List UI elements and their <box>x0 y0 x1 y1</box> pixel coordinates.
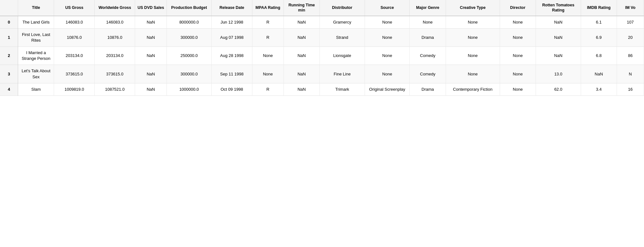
table-row: 2I Married a Strange Person203134.020313… <box>0 47 644 65</box>
cell-runtime: NaN <box>284 16 319 29</box>
table-body: 0The Land Girls146083.0146083.0NaN800000… <box>0 16 644 96</box>
cell-source: None <box>365 47 410 65</box>
cell-director: None <box>500 16 536 29</box>
cell-creative: None <box>446 16 500 29</box>
cell-director: None <box>500 28 536 46</box>
cell-title: First Love, Last Rites <box>18 28 54 46</box>
cell-rt: NaN <box>536 28 581 46</box>
cell-wwgross: 203134.0 <box>94 47 135 65</box>
cell-imdb: 6.9 <box>581 28 617 46</box>
cell-budget: 300000.0 <box>167 65 212 83</box>
cell-creative: None <box>446 65 500 83</box>
cell-creative: Contemporary Fiction <box>446 83 500 95</box>
col-header-release: Release Date <box>212 0 252 16</box>
col-header-source: Source <box>365 0 410 16</box>
cell-distributor: Strand <box>320 28 365 46</box>
data-table-container: TitleUS GrossWorldwide GrossUS DVD Sales… <box>0 0 644 96</box>
cell-rt: 13.0 <box>536 65 581 83</box>
cell-usgross: 1009819.0 <box>54 83 94 95</box>
table-row: 4Slam1009819.01087521.0NaN1000000.0Oct 0… <box>0 83 644 95</box>
cell-budget: 1000000.0 <box>167 83 212 95</box>
col-header-imdb: IMDB Rating <box>581 0 617 16</box>
cell-wwgross: 373615.0 <box>94 65 135 83</box>
movies-table: TitleUS GrossWorldwide GrossUS DVD Sales… <box>0 0 644 96</box>
col-header-title: Title <box>18 0 54 16</box>
cell-dvd: NaN <box>135 65 167 83</box>
cell-major: Drama <box>410 83 446 95</box>
cell-rt: NaN <box>536 16 581 29</box>
cell-mpaa: R <box>252 16 284 29</box>
cell-release: Aug 07 1998 <box>212 28 252 46</box>
col-header-major: Major Genre <box>410 0 446 16</box>
cell-distributor: Trimark <box>320 83 365 95</box>
cell-mpaa: None <box>252 65 284 83</box>
cell-release: Jun 12 1998 <box>212 16 252 29</box>
cell-director: None <box>500 65 536 83</box>
cell-source: Original Screenplay <box>365 83 410 95</box>
col-header-mpaa: MPAA Rating <box>252 0 284 16</box>
cell-budget: 300000.0 <box>167 28 212 46</box>
cell-release: Sep 11 1998 <box>212 65 252 83</box>
cell-runtime: NaN <box>284 83 319 95</box>
cell-distributor: Lionsgate <box>320 47 365 65</box>
cell-dvd: NaN <box>135 16 167 29</box>
cell-creative: None <box>446 47 500 65</box>
cell-budget: 250000.0 <box>167 47 212 65</box>
cell-runtime: NaN <box>284 65 319 83</box>
cell-director: None <box>500 47 536 65</box>
cell-release: Aug 28 1998 <box>212 47 252 65</box>
cell-dvd: NaN <box>135 83 167 95</box>
cell-usgross: 146083.0 <box>54 16 94 29</box>
cell-dvd: NaN <box>135 28 167 46</box>
col-header-creative: Creative Type <box>446 0 500 16</box>
table-row: 0The Land Girls146083.0146083.0NaN800000… <box>0 16 644 29</box>
cell-dvd: NaN <box>135 47 167 65</box>
cell-imdb: 6.8 <box>581 47 617 65</box>
cell-budget: 8000000.0 <box>167 16 212 29</box>
cell-usgross: 203134.0 <box>54 47 94 65</box>
cell-title: Slam <box>18 83 54 95</box>
cell-usgross: 10876.0 <box>54 28 94 46</box>
cell-major: Comedy <box>410 65 446 83</box>
cell-release: Oct 09 1998 <box>212 83 252 95</box>
cell-usgross: 373615.0 <box>54 65 94 83</box>
cell-title: Let's Talk About Sex <box>18 65 54 83</box>
cell-rt: 62.0 <box>536 83 581 95</box>
table-row: 1First Love, Last Rites10876.010876.0NaN… <box>0 28 644 46</box>
cell-distributor: Fine Line <box>320 65 365 83</box>
col-header-imvote: IM Vo <box>617 0 644 16</box>
cell-source: None <box>365 65 410 83</box>
cell-wwgross: 146083.0 <box>94 16 135 29</box>
col-header-distributor: Distributor <box>320 0 365 16</box>
cell-index: 1 <box>0 28 18 46</box>
table-header-row: TitleUS GrossWorldwide GrossUS DVD Sales… <box>0 0 644 16</box>
col-header-director: Director <box>500 0 536 16</box>
cell-imdb: NaN <box>581 65 617 83</box>
cell-imvote: N <box>617 65 644 83</box>
cell-mpaa: R <box>252 83 284 95</box>
cell-source: None <box>365 28 410 46</box>
cell-index: 2 <box>0 47 18 65</box>
cell-director: None <box>500 83 536 95</box>
cell-index: 4 <box>0 83 18 95</box>
cell-imvote: 107 <box>617 16 644 29</box>
col-header-rt: Rotten Tomatoes Rating <box>536 0 581 16</box>
cell-major: Comedy <box>410 47 446 65</box>
cell-creative: None <box>446 28 500 46</box>
cell-distributor: Gramercy <box>320 16 365 29</box>
cell-runtime: NaN <box>284 47 319 65</box>
table-row: 3Let's Talk About Sex373615.0373615.0NaN… <box>0 65 644 83</box>
col-header-dvd: US DVD Sales <box>135 0 167 16</box>
col-header-runtime: Running Time min <box>284 0 319 16</box>
col-header-wwgross: Worldwide Gross <box>94 0 135 16</box>
col-header-index <box>0 0 18 16</box>
cell-mpaa: R <box>252 28 284 46</box>
cell-imvote: 20 <box>617 28 644 46</box>
cell-imvote: 16 <box>617 83 644 95</box>
cell-title: I Married a Strange Person <box>18 47 54 65</box>
col-header-usgross: US Gross <box>54 0 94 16</box>
cell-index: 0 <box>0 16 18 29</box>
cell-imdb: 3.4 <box>581 83 617 95</box>
cell-major: None <box>410 16 446 29</box>
cell-imdb: 6.1 <box>581 16 617 29</box>
